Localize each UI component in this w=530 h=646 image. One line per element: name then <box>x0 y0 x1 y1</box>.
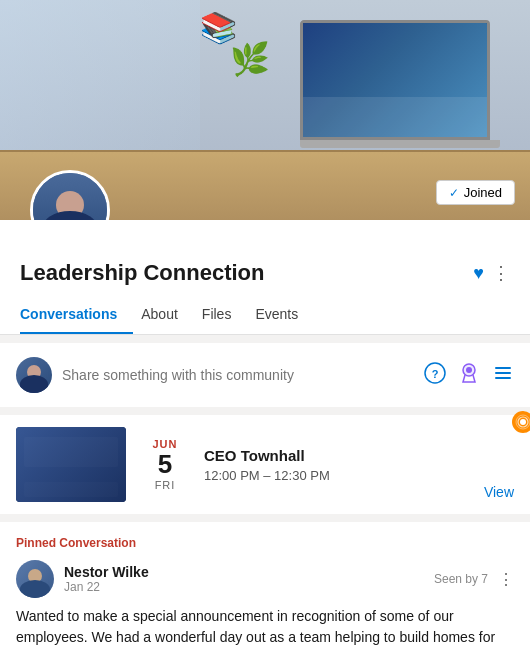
share-input[interactable] <box>62 367 414 383</box>
conversation-text: Wanted to make a special announcement in… <box>16 608 509 646</box>
tab-about[interactable]: About <box>141 296 194 334</box>
svg-point-3 <box>466 367 472 373</box>
hero-laptop <box>300 20 500 160</box>
pinned-section: Pinned Conversation Nestor Wilke Jan 22 … <box>0 522 530 646</box>
joined-button[interactable]: ✓ Joined <box>436 180 515 205</box>
conversation-more-button[interactable]: ⋮ <box>498 570 514 589</box>
community-title-actions: ♥ ⋮ <box>473 262 510 284</box>
community-title: Leadership Connection <box>20 260 264 286</box>
laptop-base <box>300 140 500 148</box>
nav-tabs: Conversations About Files Events <box>20 296 510 334</box>
award-icon[interactable] <box>458 362 480 389</box>
laptop-screen <box>300 20 490 140</box>
svg-rect-6 <box>495 377 511 379</box>
hero-banner: 🌿 ✓ Joined <box>0 0 530 220</box>
community-header: Leadership Connection ♥ ⋮ Conversations … <box>0 220 530 335</box>
question-badge-icon[interactable]: ? <box>424 362 446 389</box>
community-title-row: Leadership Connection ♥ ⋮ <box>20 260 510 286</box>
joined-label: Joined <box>464 185 502 200</box>
tab-conversations[interactable]: Conversations <box>20 296 133 334</box>
svg-point-7 <box>520 419 526 425</box>
conversation-author: Nestor Wilke <box>64 564 424 580</box>
conversation-avatar <box>16 560 54 598</box>
event-info: CEO Townhall 12:00 PM – 12:30 PM <box>204 447 514 483</box>
event-thumbnail <box>16 427 126 502</box>
conversation-header: Nestor Wilke Jan 22 Seen by 7 ⋮ <box>16 560 514 598</box>
svg-rect-5 <box>495 372 511 374</box>
event-date-badge: JUN 5 FRI <box>140 438 190 491</box>
list-icon[interactable] <box>492 362 514 389</box>
conversation-body: Wanted to make a special announcement in… <box>16 606 514 646</box>
event-time: 12:00 PM – 12:30 PM <box>204 468 514 483</box>
share-section: ? <box>0 343 530 407</box>
tab-files[interactable]: Files <box>202 296 248 334</box>
live-badge <box>512 411 530 433</box>
seen-by: Seen by 7 <box>434 572 488 586</box>
seen-count: Seen by 7 <box>434 572 488 586</box>
hero-avatar <box>30 170 110 220</box>
svg-text:?: ? <box>432 367 439 379</box>
community-more-button[interactable]: ⋮ <box>492 262 510 284</box>
share-actions: ? <box>424 362 514 389</box>
tab-events[interactable]: Events <box>255 296 314 334</box>
share-avatar <box>16 357 52 393</box>
event-card: JUN 5 FRI CEO Townhall 12:00 PM – 12:30 … <box>0 415 530 514</box>
event-dow: FRI <box>140 479 190 491</box>
event-day: 5 <box>140 450 190 479</box>
pinned-label: Pinned Conversation <box>16 536 514 550</box>
joined-check-icon: ✓ <box>449 186 459 200</box>
laptop-screen-content <box>303 23 487 137</box>
like-icon[interactable]: ♥ <box>473 263 484 284</box>
event-view-button[interactable]: View <box>484 484 514 500</box>
svg-rect-4 <box>495 367 511 369</box>
conversation-meta: Nestor Wilke Jan 22 <box>64 564 424 594</box>
conversation-date: Jan 22 <box>64 580 424 594</box>
hero-avatar-person <box>33 173 107 220</box>
hero-window-light <box>0 0 200 155</box>
event-title: CEO Townhall <box>204 447 514 464</box>
